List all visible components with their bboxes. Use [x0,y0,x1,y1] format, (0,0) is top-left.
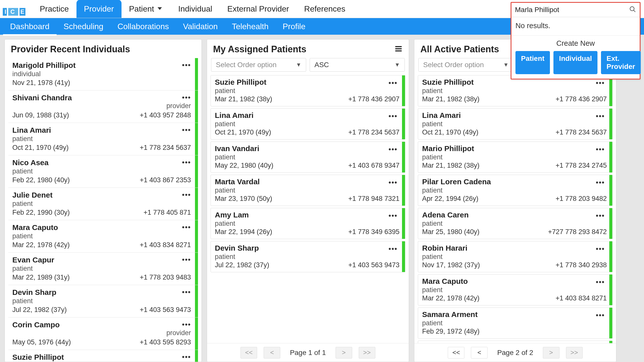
person-name: Lina Amari [422,111,607,120]
row-menu-icon[interactable]: ••• [389,178,397,187]
subnav-scheduling[interactable]: Scheduling [57,18,110,35]
page-prev-button[interactable]: < [471,347,488,358]
subnav-dashboard[interactable]: Dashboard [3,18,57,35]
page-last-button[interactable]: >> [359,347,375,358]
row-menu-icon[interactable]: ••• [182,191,191,199]
primary-tab-individual[interactable]: Individual [171,0,220,18]
primary-tab-practice[interactable]: Practice [32,0,76,18]
person-name: Devin Sharp [12,288,191,297]
list-item[interactable]: Robin Harari ••• patient Nov 17, 1982 (3… [418,241,613,272]
create-patient-button[interactable]: Patient [515,51,550,74]
row-menu-icon[interactable]: ••• [389,212,397,220]
status-stripe [609,175,612,206]
phone: +1 778 234 2745 [556,162,607,169]
list-item[interactable]: Devin Sharp ••• patient Jul 22, 1982 (37… [8,285,198,318]
row-menu-icon[interactable]: ••• [389,112,397,120]
row-menu-icon[interactable]: ••• [182,321,191,329]
list-item[interactable]: Corin Campo ••• provider May 05, 1976 (4… [8,318,198,350]
page-last-button[interactable]: >> [566,347,583,358]
person-name: Suzie Phillipot [215,78,399,86]
list-item[interactable]: Shivani Chandra ••• provider Jun 09, 198… [8,90,198,123]
subnav-telehealth[interactable]: Telehealth [225,18,276,35]
create-individual-button[interactable]: Individual [553,51,597,74]
row-menu-icon[interactable]: ••• [389,79,397,87]
list-item[interactable]: Nico Asea ••• patient Feb 22, 1980 (40y)… [8,155,198,188]
page-next-button[interactable]: > [543,347,559,358]
row-menu-icon[interactable]: ••• [182,94,191,102]
row-menu-icon[interactable]: ••• [596,212,605,220]
list-item[interactable]: Mara Caputo ••• patient Mar 22, 1978 (42… [418,274,613,305]
subnav-profile[interactable]: Profile [276,18,313,35]
page-next-button[interactable]: > [336,347,352,358]
status-stripe [402,75,405,106]
direction-select[interactable]: ASC ▼ [310,58,405,72]
dob: May 22, 1980 (40y) [215,162,273,169]
row-menu-icon[interactable]: ••• [596,311,605,319]
primary-tab-external-provider[interactable]: External Provider [220,0,297,18]
phone: +1 778 203 9483 [140,274,191,281]
row-menu-icon[interactable]: ••• [182,158,191,166]
subnav-collaborations[interactable]: Collaborations [110,18,176,35]
global-search-input[interactable] [515,4,629,15]
list-item[interactable]: Julie Denet ••• patient Feb 22, 1990 (30… [8,188,198,220]
list-item[interactable]: Samara Arment ••• patient Feb 29, 1972 (… [418,307,613,339]
list-item[interactable]: Lina Amari ••• patient Oct 21, 1970 (49y… [8,123,198,155]
row-menu-icon[interactable]: ••• [182,61,191,69]
person-name: Devin Sharp [215,244,399,252]
dob: Mar 22, 1978 (42y) [422,294,479,302]
status-stripe [609,341,612,343]
phone: +1 403 834 8271 [556,294,607,302]
page-first-button[interactable]: << [240,347,257,358]
row-menu-icon[interactable]: ••• [182,288,191,296]
list-item[interactable]: Marta Vardal ••• patient Mar 23, 1970 (5… [211,175,405,206]
phone: +1 403 595 8293 [140,338,191,346]
list-item[interactable]: Ivan Vandari ••• patient May 22, 1980 (4… [211,142,405,173]
list-item[interactable]: Suzie Phillipot ••• patient Mar 21, 1982… [8,350,198,362]
list-item[interactable]: Timothy Vardal ••• patient Mar 23, 1982 … [418,341,613,343]
list-item[interactable]: Suzie Phillipot ••• patient Mar 21, 1982… [211,75,405,106]
list-item[interactable]: Pilar Loren Cadena ••• patient Apr 22, 1… [418,175,613,206]
panel-menu-icon[interactable] [394,44,403,54]
primary-tab-patient[interactable]: Patient [122,0,171,18]
create-ext-provider-button[interactable]: Ext. Provider [601,51,641,74]
row-menu-icon[interactable]: ••• [596,79,605,87]
list-item[interactable]: Amy Lam ••• patient Mar 22, 1994 (26y) +… [211,208,405,239]
panel-title: Provider Recent Individuals [11,44,130,55]
list-item[interactable]: Lina Amari ••• patient Oct 21, 1970 (49y… [418,108,613,140]
dob: Jun 09, 1988 (31y) [12,111,69,119]
order-select[interactable]: Select Order option ▼ [211,58,306,72]
dob: Feb 22, 1990 (30y) [12,209,70,216]
panel-active-patients: All Active Patients Select Order option … [414,39,616,362]
row-menu-icon[interactable]: ••• [182,126,191,134]
row-menu-icon[interactable]: ••• [182,353,191,361]
row-menu-icon[interactable]: ••• [182,223,191,231]
person-name: Amy Lam [215,211,399,219]
list-item[interactable]: Evan Capur ••• patient Mar 22, 1989 (31y… [8,253,198,285]
order-select[interactable]: Select Order option ▼ [418,58,513,72]
primary-tab-provider[interactable]: Provider [76,0,122,18]
page-first-button[interactable]: << [448,347,464,358]
row-menu-icon[interactable]: ••• [182,256,191,264]
list-item[interactable]: Mara Caputo ••• patient Mar 22, 1978 (42… [8,220,198,253]
page-prev-button[interactable]: < [264,347,280,358]
row-menu-icon[interactable]: ••• [389,245,397,253]
row-menu-icon[interactable]: ••• [596,245,605,253]
primary-tab-references[interactable]: References [297,0,353,18]
subnav-validation[interactable]: Validation [176,18,225,35]
list-item[interactable]: Suzie Phillipot ••• patient Mar 21, 1982… [418,75,613,106]
row-menu-icon[interactable]: ••• [596,178,605,187]
row-menu-icon[interactable]: ••• [389,145,397,153]
list-item[interactable]: Mario Phillipot ••• patient Mar 21, 1982… [418,142,613,173]
panel-title: All Active Patients [420,44,499,55]
search-icon[interactable] [629,6,636,14]
person-name: Shivani Chandra [12,94,191,102]
row-menu-icon[interactable]: ••• [596,112,605,120]
row-menu-icon[interactable]: ••• [596,145,605,153]
list-item[interactable]: Marigold Phillipot ••• individual Nov 21… [8,58,198,90]
list-item[interactable]: Devin Sharp ••• patient Jul 22, 1982 (37… [211,241,405,272]
phone: +1 778 405 871 [144,209,191,216]
list-item[interactable]: Lina Amari ••• patient Oct 21, 1970 (49y… [211,108,405,140]
phone: +1 403 957 2848 [140,111,191,119]
row-menu-icon[interactable]: ••• [596,278,605,286]
list-item[interactable]: Adena Caren ••• patient Mar 25, 1980 (40… [418,208,613,239]
